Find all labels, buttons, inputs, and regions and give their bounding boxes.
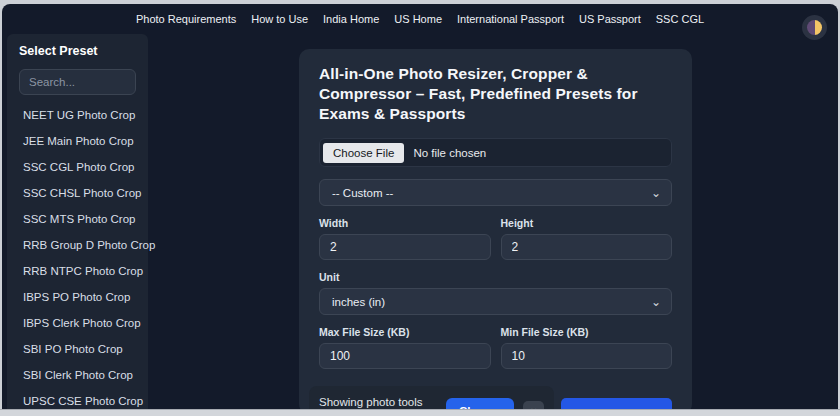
choose-file-button[interactable]: Choose File [323,143,404,163]
chevron-down-icon: ⌄ [651,294,661,310]
unit-select-value: inches (in) [332,296,385,308]
max-file-size-input[interactable] [319,343,491,369]
width-label: Width [319,217,491,229]
file-upload-input[interactable]: Choose File No file chosen [319,138,672,167]
preset-item-ssc-mts[interactable]: SSC MTS Photo Crop [19,206,136,232]
primary-action-button[interactable] [561,398,672,409]
min-file-size-label: Min File Size (KB) [501,326,673,338]
preset-item-sbi-po[interactable]: SBI PO Photo Crop [19,336,136,362]
nav-link-photo-requirements[interactable]: Photo Requirements [136,13,236,25]
preset-item-ibps-clerk[interactable]: IBPS Clerk Photo Crop [19,310,136,336]
top-navigation: Photo Requirements How to Use India Home… [2,4,838,34]
region-notice-toast: Showing photo tools for India. Change × [309,386,554,409]
nav-link-us-passport[interactable]: US Passport [579,13,641,25]
preset-item-rrb-ntpc[interactable]: RRB NTPC Photo Crop [19,258,136,284]
file-chosen-status: No file chosen [413,147,486,159]
height-input[interactable] [501,234,673,260]
preset-item-rrb-group-d[interactable]: RRB Group D Photo Crop [19,232,136,258]
half-moon-theme-icon [807,20,822,35]
resizer-tool-card: All-in-One Photo Resizer, Cropper & Comp… [299,49,692,409]
page-title: All-in-One Photo Resizer, Cropper & Comp… [319,64,672,123]
unit-select-dropdown[interactable]: inches (in) ⌄ [319,288,672,315]
preset-item-upsc-cse[interactable]: UPSC CSE Photo Crop [19,388,136,409]
nav-link-us-home[interactable]: US Home [394,13,442,25]
browser-bottom-edge [0,409,840,416]
preset-item-ibps-po[interactable]: IBPS PO Photo Crop [19,284,136,310]
close-icon[interactable]: × [523,401,544,409]
sidebar-title: Select Preset [19,44,136,58]
bottom-action-row: Showing photo tools for India. Change × [319,386,672,409]
width-input[interactable] [319,234,491,260]
height-label: Height [501,217,673,229]
preset-search-input[interactable] [19,69,136,95]
nav-link-international-passport[interactable]: International Passport [457,13,564,25]
preset-sidebar: Select Preset NEET UG Photo Crop JEE Mai… [7,34,148,409]
preset-list: NEET UG Photo Crop JEE Main Photo Crop S… [19,102,136,409]
nav-link-ssc-cgl[interactable]: SSC CGL [656,13,704,25]
preset-item-ssc-cgl[interactable]: SSC CGL Photo Crop [19,154,136,180]
nav-link-how-to-use[interactable]: How to Use [251,13,308,25]
min-file-size-input[interactable] [501,343,673,369]
preset-item-sbi-clerk[interactable]: SBI Clerk Photo Crop [19,362,136,388]
preset-select-dropdown[interactable]: -- Custom -- ⌄ [319,179,672,206]
nav-link-india-home[interactable]: India Home [323,13,379,25]
preset-item-jee-main[interactable]: JEE Main Photo Crop [19,128,136,154]
app-page: Photo Requirements How to Use India Home… [2,4,838,409]
max-file-size-label: Max File Size (KB) [319,326,491,338]
preset-select-value: -- Custom -- [332,187,393,199]
chevron-down-icon: ⌄ [651,185,661,201]
unit-label: Unit [319,271,672,283]
change-region-button[interactable]: Change [446,398,514,409]
theme-toggle-button[interactable] [802,15,827,40]
preset-item-neet-ug[interactable]: NEET UG Photo Crop [19,102,136,128]
preset-item-ssc-chsl[interactable]: SSC CHSL Photo Crop [19,180,136,206]
region-notice-message: Showing photo tools for India. [319,394,437,409]
